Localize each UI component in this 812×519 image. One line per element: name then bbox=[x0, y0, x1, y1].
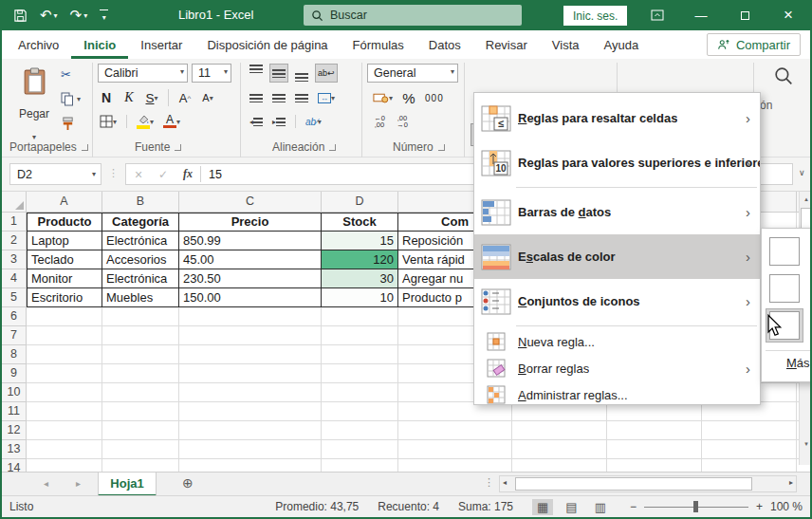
cell-col613[interactable] bbox=[512, 440, 607, 459]
ribbon-display-options-button[interactable] bbox=[641, 0, 674, 30]
name-box[interactable]: ▾ bbox=[9, 163, 102, 185]
tab-inicio[interactable]: Inicio bbox=[71, 30, 128, 59]
cell-D2[interactable]: 15 bbox=[322, 232, 398, 250]
row-header-2[interactable]: 2 bbox=[2, 232, 27, 250]
row-header-10[interactable]: 10 bbox=[2, 383, 27, 402]
zoom-in-button[interactable]: + bbox=[756, 500, 763, 513]
row-header-5[interactable]: 5 bbox=[2, 288, 27, 307]
dialog-launcher-icon[interactable] bbox=[329, 144, 336, 151]
cell-A13[interactable] bbox=[27, 440, 102, 459]
increase-decimal-button[interactable]: ←0,00 bbox=[370, 112, 389, 131]
zoom-level[interactable]: 100 % bbox=[770, 500, 803, 513]
align-center-button[interactable] bbox=[269, 88, 288, 107]
cell-D11[interactable] bbox=[322, 402, 398, 421]
sign-in-button[interactable]: Inic. ses. bbox=[563, 6, 627, 26]
scroll-down-icon[interactable]: ▾ bbox=[800, 436, 812, 452]
cell-C11[interactable] bbox=[179, 402, 322, 421]
horizontal-scrollbar[interactable]: ◂ ▸ bbox=[499, 475, 797, 492]
align-bottom-button[interactable] bbox=[292, 64, 311, 83]
percent-style-button[interactable]: % bbox=[399, 88, 418, 107]
tab-fórmulas[interactable]: Fórmulas bbox=[341, 30, 416, 59]
cell-D7[interactable] bbox=[322, 326, 398, 345]
cell-A2[interactable]: Laptop bbox=[27, 232, 102, 250]
insert-function-button[interactable]: fx bbox=[175, 167, 200, 181]
paste-button[interactable]: Pegar ▾ bbox=[11, 64, 57, 145]
dialog-launcher-icon[interactable] bbox=[82, 144, 88, 151]
menu-item-escalas-de-color[interactable]: Escalas de color› bbox=[474, 234, 760, 279]
decrease-font-button[interactable]: A▾ bbox=[198, 88, 217, 107]
align-middle-button[interactable] bbox=[269, 64, 288, 83]
cell-C6[interactable] bbox=[179, 307, 322, 326]
maximize-button[interactable] bbox=[729, 0, 761, 30]
menu-item-reglas-para-resaltar-celdas[interactable]: ≤Reglas para resaltar celdas› bbox=[474, 96, 760, 140]
cell-col614[interactable] bbox=[512, 459, 607, 472]
cell-B3[interactable]: Accesorios bbox=[102, 250, 179, 269]
search-input[interactable] bbox=[330, 9, 491, 22]
horizontal-scroll-thumb[interactable] bbox=[515, 477, 752, 491]
cell-B9[interactable] bbox=[102, 364, 179, 383]
cell-B5[interactable]: Muebles bbox=[102, 288, 179, 307]
scroll-up-icon[interactable]: ▴ bbox=[800, 192, 812, 207]
cell-C9[interactable] bbox=[179, 364, 322, 383]
confirm-entry-button[interactable]: ✓ bbox=[151, 168, 175, 181]
scroll-right-icon[interactable]: ▸ bbox=[789, 478, 793, 487]
row-header-11[interactable]: 11 bbox=[2, 402, 27, 421]
tab-disposición-de-página[interactable]: Disposición de página bbox=[194, 30, 340, 59]
sheet-nav-left-icon[interactable]: ◂ bbox=[44, 478, 48, 489]
cell-C4[interactable]: 230.50 bbox=[179, 269, 322, 288]
minimize-button[interactable]: — bbox=[685, 0, 717, 30]
wrap-text-button[interactable]: ab↩ bbox=[315, 64, 338, 83]
cell-col713[interactable] bbox=[607, 440, 702, 459]
undo-caret-icon[interactable]: ▾ bbox=[54, 11, 58, 20]
cell-D4[interactable]: 30 bbox=[322, 269, 398, 288]
tab-ayuda[interactable]: Ayuda bbox=[592, 30, 652, 59]
cell-col812[interactable] bbox=[702, 421, 797, 440]
cell-C7[interactable] bbox=[179, 326, 322, 345]
cell-col512[interactable] bbox=[398, 421, 512, 440]
underline-button[interactable]: S▾ bbox=[142, 88, 161, 107]
row-header-8[interactable]: 8 bbox=[2, 345, 27, 364]
dialog-launcher-icon[interactable] bbox=[438, 144, 445, 151]
cell-D8[interactable] bbox=[322, 345, 398, 364]
font-name-combo[interactable]: Calibri▾ bbox=[98, 64, 188, 83]
cell-A6[interactable] bbox=[27, 307, 102, 326]
row-header-3[interactable]: 3 bbox=[2, 250, 27, 269]
color-scale-blue-white-red[interactable] bbox=[766, 271, 803, 306]
expand-formula-bar-icon[interactable]: ∨ bbox=[799, 168, 805, 177]
sheet-nav-right-icon[interactable]: ▸ bbox=[76, 478, 81, 489]
cell-D10[interactable] bbox=[322, 383, 398, 402]
tab-datos[interactable]: Datos bbox=[416, 30, 473, 59]
cell-C5[interactable]: 150.00 bbox=[179, 288, 322, 307]
cell-C1[interactable]: Precio bbox=[179, 213, 322, 232]
cell-A10[interactable] bbox=[27, 383, 102, 402]
cell-B2[interactable]: Electrónica bbox=[102, 232, 179, 250]
cell-D9[interactable] bbox=[322, 364, 398, 383]
row-header-7[interactable]: 7 bbox=[2, 326, 27, 345]
col-header-A[interactable]: A bbox=[27, 192, 102, 213]
more-rules-menu-item[interactable]: Más bbox=[786, 356, 810, 370]
customize-qat-button[interactable]: ▾ bbox=[100, 9, 108, 22]
row-header-9[interactable]: 9 bbox=[2, 364, 27, 383]
dialog-launcher-icon[interactable] bbox=[175, 144, 181, 151]
decrease-decimal-button[interactable]: ,00→0 bbox=[393, 112, 412, 131]
cell-C12[interactable] bbox=[179, 421, 322, 440]
font-size-combo[interactable]: 11▾ bbox=[192, 64, 231, 83]
tab-insertar[interactable]: Insertar bbox=[128, 30, 194, 59]
row-header-14[interactable]: 14 bbox=[2, 459, 27, 472]
cell-B12[interactable] bbox=[102, 421, 179, 440]
formula-bar-grip-icon[interactable]: ⋮ bbox=[108, 167, 119, 179]
cell-col612[interactable] bbox=[512, 421, 607, 440]
cell-A9[interactable] bbox=[27, 364, 102, 383]
format-painter-button[interactable] bbox=[61, 114, 75, 133]
cell-C10[interactable] bbox=[179, 383, 322, 402]
cell-D3[interactable]: 120 bbox=[322, 250, 398, 269]
cell-D12[interactable] bbox=[322, 421, 398, 440]
cell-B6[interactable] bbox=[102, 307, 179, 326]
align-left-button[interactable] bbox=[247, 88, 266, 107]
cell-A11[interactable] bbox=[27, 402, 102, 421]
cell-B14[interactable] bbox=[102, 459, 179, 472]
cell-A14[interactable] bbox=[27, 459, 102, 472]
close-button[interactable]: × bbox=[772, 0, 804, 30]
number-format-combo[interactable]: General▾ bbox=[367, 64, 458, 83]
merge-center-button[interactable]: ↔▾ bbox=[315, 88, 338, 107]
